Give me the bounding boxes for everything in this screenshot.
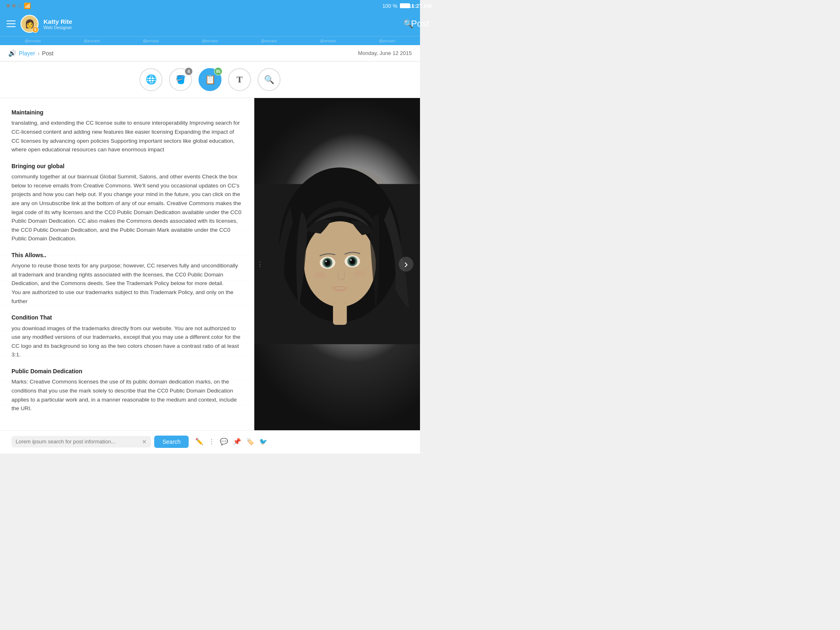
section-heading-3: This Allows.. bbox=[11, 251, 243, 260]
dots-icon[interactable]: ⋮ bbox=[208, 438, 215, 445]
image-svg bbox=[254, 98, 420, 430]
bucket-icon: 🪣 bbox=[176, 75, 186, 84]
tag-icon[interactable]: 🏷️ bbox=[246, 438, 254, 445]
section-body-1: translating, and extending the CC licens… bbox=[11, 119, 243, 154]
nav-bar: 👩 5 Katty Rite Web Designer Post 🔍 bbox=[0, 11, 420, 36]
status-time: 11:27 AM bbox=[409, 3, 420, 9]
next-icon: › bbox=[404, 258, 408, 271]
book-icon: 📋 bbox=[205, 74, 216, 85]
globe-icon: 🌐 bbox=[146, 74, 157, 85]
dot-3 bbox=[18, 4, 21, 7]
drag-handle-icon: ⋮ bbox=[257, 260, 263, 267]
pin-icon[interactable]: 📌 bbox=[233, 438, 241, 445]
section-body-2: community together at our biannual Globa… bbox=[11, 172, 243, 243]
article-image bbox=[254, 98, 420, 430]
search-button[interactable]: Search bbox=[154, 436, 189, 448]
nav-left: 👩 5 Katty Rite Web Designer bbox=[7, 15, 72, 33]
breadcrumb: 🔊 Player › Post bbox=[8, 49, 53, 57]
tool-text-button[interactable]: T bbox=[228, 68, 251, 91]
user-name: Katty Rite bbox=[43, 18, 72, 25]
page-date: Monday, June 12 2015 bbox=[358, 50, 412, 56]
wifi-icon: 📶 bbox=[24, 2, 31, 9]
watermark-5: @envato bbox=[261, 39, 277, 43]
section-body-3: Anyone to reuse those texts for any purp… bbox=[11, 261, 243, 306]
watermark-2: @envato bbox=[84, 39, 100, 43]
breadcrumb-separator: › bbox=[38, 50, 40, 57]
chat-icon[interactable]: 💬 bbox=[220, 438, 228, 445]
audio-icon: 🔊 bbox=[8, 49, 16, 57]
search-icon: 🔍 bbox=[264, 75, 274, 84]
section-allows: This Allows.. Anyone to reuse those text… bbox=[11, 251, 243, 306]
hamburger-line-1 bbox=[7, 21, 16, 21]
watermark-3: @envato bbox=[143, 39, 159, 43]
section-maintaining: Maintaining translating, and extending t… bbox=[11, 108, 243, 154]
section-body-4: you download images of the trademarks di… bbox=[11, 324, 243, 359]
status-left: 📶 bbox=[7, 2, 31, 9]
section-heading-2: Bringing our global bbox=[11, 162, 243, 171]
section-heading-4: Condition That bbox=[11, 313, 243, 322]
tool-bucket-button[interactable]: 🪣 4 bbox=[169, 68, 192, 91]
search-input[interactable] bbox=[16, 438, 142, 445]
section-bringing: Bringing our global community together a… bbox=[11, 162, 243, 243]
book-badge: 95 bbox=[214, 67, 222, 75]
search-clear-button[interactable]: ✕ bbox=[142, 438, 147, 445]
user-role: Web Designer bbox=[43, 25, 72, 30]
tool-globe-button[interactable]: 🌐 bbox=[139, 68, 162, 91]
search-bar: ✕ Search ✏️ ⋮ 💬 📌 🏷️ 🐦 bbox=[0, 430, 420, 454]
status-right: 100 % bbox=[382, 3, 413, 9]
hamburger-line-2 bbox=[7, 23, 16, 24]
svg-rect-15 bbox=[333, 303, 347, 325]
section-body-5: Marks: Creative Commons licenses the use… bbox=[11, 377, 243, 413]
svg-point-13 bbox=[314, 272, 326, 278]
hamburger-menu[interactable] bbox=[7, 21, 16, 27]
watermark-bar: @envato @envato @envato @envato @envato … bbox=[0, 36, 420, 45]
watermark-6: @envato bbox=[320, 39, 336, 43]
hamburger-line-3 bbox=[7, 26, 16, 27]
watermark-1: @envato bbox=[25, 39, 41, 43]
bottom-icons: ✏️ ⋮ 💬 📌 🏷️ 🐦 bbox=[195, 438, 267, 445]
page-title: Post bbox=[411, 18, 420, 29]
dot-2 bbox=[12, 4, 16, 7]
status-bar: 📶 11:27 AM 100 % bbox=[0, 0, 420, 11]
breadcrumb-player-link[interactable]: Player bbox=[19, 50, 35, 57]
drag-handle[interactable]: ⋮ bbox=[257, 260, 263, 268]
section-heading-1: Maintaining bbox=[11, 108, 243, 117]
pencil-icon[interactable]: ✏️ bbox=[195, 438, 203, 445]
image-panel: ⋮ › bbox=[254, 98, 420, 430]
tool-book-button[interactable]: 📋 95 bbox=[199, 68, 221, 91]
section-public-domain: Public Domain Dedication Marks: Creative… bbox=[11, 367, 243, 413]
svg-point-12 bbox=[350, 259, 352, 261]
user-info: Katty Rite Web Designer bbox=[43, 18, 72, 30]
breadcrumb-bar: 🔊 Player › Post Monday, June 12 2015 bbox=[0, 45, 420, 62]
toolbar: 🌐 🪣 4 📋 95 T 🔍 bbox=[0, 62, 420, 98]
svg-point-7 bbox=[325, 260, 327, 262]
battery-icon bbox=[400, 3, 410, 8]
watermark-4: @envato bbox=[202, 39, 218, 43]
battery-percent: 100 % bbox=[382, 3, 397, 9]
twitter-icon[interactable]: 🐦 bbox=[259, 438, 267, 445]
tool-search-button[interactable]: 🔍 bbox=[258, 68, 281, 91]
avatar-wrap: 👩 5 bbox=[21, 15, 39, 33]
text-panel: Maintaining translating, and extending t… bbox=[0, 98, 254, 430]
main-content: Maintaining translating, and extending t… bbox=[0, 98, 420, 430]
bucket-badge: 4 bbox=[185, 67, 193, 75]
dot-1 bbox=[7, 4, 10, 7]
section-condition: Condition That you download images of th… bbox=[11, 313, 243, 359]
svg-point-14 bbox=[354, 270, 366, 277]
text-icon: T bbox=[237, 74, 243, 85]
search-input-wrap: ✕ bbox=[11, 436, 151, 447]
avatar-badge: 5 bbox=[32, 26, 39, 33]
watermark-7: @envato bbox=[379, 39, 395, 43]
breadcrumb-current: Post bbox=[42, 50, 53, 57]
section-heading-5: Public Domain Dedication bbox=[11, 367, 243, 376]
next-button[interactable]: › bbox=[399, 257, 413, 272]
